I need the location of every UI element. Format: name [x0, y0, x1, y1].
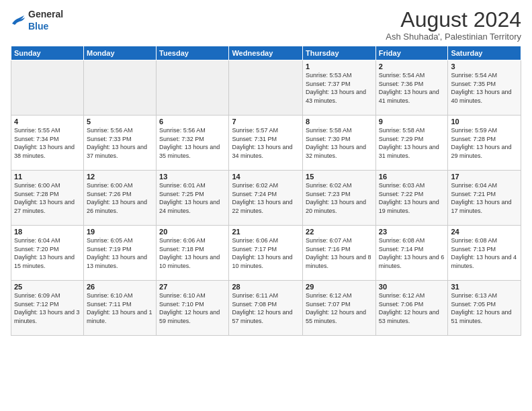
logo: General Blue [11, 8, 63, 32]
daylight-text: Daylight: 13 hours and 4 minutes. [451, 254, 517, 269]
day-number: 21 [232, 228, 300, 236]
sunrise-text: Sunrise: 6:04 AM [451, 182, 497, 189]
cell-w2-d7: 10Sunrise: 5:59 AMSunset: 7:28 PMDayligh… [448, 116, 521, 171]
daylight-text: Daylight: 13 hours and 31 minutes. [379, 144, 439, 159]
sunset-text: Sunset: 7:33 PM [87, 136, 132, 142]
daylight-text: Daylight: 13 hours and 27 minutes. [14, 199, 75, 214]
cell-w1-d1 [11, 60, 84, 116]
day-info: Sunrise: 6:03 AMSunset: 7:22 PMDaylight:… [379, 181, 445, 215]
day-number: 25 [14, 283, 81, 291]
location-subtitle: Ash Shuhada', Palestinian Territory [386, 32, 521, 42]
sunset-text: Sunset: 7:28 PM [451, 136, 496, 142]
sunrise-text: Sunrise: 6:11 AM [232, 292, 278, 299]
day-info: Sunrise: 6:00 AMSunset: 7:26 PMDaylight:… [87, 181, 153, 215]
day-info: Sunrise: 6:12 AMSunset: 7:07 PMDaylight:… [306, 291, 373, 325]
daylight-text: Daylight: 13 hours and 15 minutes. [14, 254, 75, 269]
cell-w2-d6: 9Sunrise: 5:58 AMSunset: 7:29 PMDaylight… [375, 116, 448, 171]
day-info: Sunrise: 6:07 AMSunset: 7:16 PMDaylight:… [306, 236, 373, 270]
sunset-text: Sunset: 7:23 PM [306, 191, 351, 197]
cell-w3-d7: 17Sunrise: 6:04 AMSunset: 7:21 PMDayligh… [448, 171, 521, 226]
sunset-text: Sunset: 7:32 PM [159, 136, 204, 142]
daylight-text: Daylight: 13 hours and 41 minutes. [379, 89, 439, 104]
cell-w1-d5: 1Sunrise: 5:53 AMSunset: 7:37 PMDaylight… [303, 60, 376, 116]
sunset-text: Sunset: 7:05 PM [451, 301, 496, 308]
day-info: Sunrise: 6:04 AMSunset: 7:20 PMDaylight:… [14, 236, 81, 270]
day-number: 17 [451, 173, 518, 181]
day-number: 19 [87, 228, 153, 236]
day-number: 10 [451, 118, 518, 126]
cell-w1-d7: 3Sunrise: 5:54 AMSunset: 7:35 PMDaylight… [448, 60, 521, 116]
day-info: Sunrise: 5:53 AMSunset: 7:37 PMDaylight:… [306, 71, 373, 105]
sunset-text: Sunset: 7:19 PM [87, 246, 132, 253]
daylight-text: Daylight: 13 hours and 1 minute. [87, 309, 152, 324]
daylight-text: Daylight: 13 hours and 38 minutes. [14, 144, 75, 159]
cell-w5-d1: 25Sunrise: 6:09 AMSunset: 7:12 PMDayligh… [11, 281, 84, 336]
cell-w4-d1: 18Sunrise: 6:04 AMSunset: 7:20 PMDayligh… [11, 226, 84, 281]
day-number: 7 [232, 118, 300, 126]
day-number: 23 [379, 228, 445, 236]
cell-w3-d4: 14Sunrise: 6:02 AMSunset: 7:24 PMDayligh… [229, 171, 303, 226]
sunrise-text: Sunrise: 5:58 AM [379, 127, 425, 134]
calendar-body: 1Sunrise: 5:53 AMSunset: 7:37 PMDaylight… [11, 60, 521, 336]
day-number: 28 [232, 283, 300, 291]
day-number: 22 [306, 228, 373, 236]
day-number: 31 [451, 283, 518, 291]
daylight-text: Daylight: 12 hours and 57 minutes. [232, 309, 292, 324]
sunrise-text: Sunrise: 6:01 AM [159, 182, 206, 189]
sunrise-text: Sunrise: 6:08 AM [379, 237, 425, 244]
day-info: Sunrise: 5:54 AMSunset: 7:35 PMDaylight:… [451, 71, 518, 105]
logo-blue: Blue [28, 21, 48, 32]
daylight-text: Daylight: 13 hours and 29 minutes. [451, 144, 511, 159]
day-number: 18 [14, 228, 81, 236]
sunset-text: Sunset: 7:34 PM [14, 136, 59, 142]
col-tuesday: Tuesday [157, 46, 229, 60]
col-saturday: Saturday [448, 46, 521, 60]
day-number: 14 [232, 173, 300, 181]
day-info: Sunrise: 6:09 AMSunset: 7:12 PMDaylight:… [14, 291, 81, 325]
sunrise-text: Sunrise: 6:10 AM [87, 292, 133, 299]
sunrise-text: Sunrise: 5:55 AM [14, 127, 60, 134]
col-wednesday: Wednesday [229, 46, 303, 60]
header: General Blue August 2024 Ash Shuhada', P… [11, 8, 521, 42]
sunset-text: Sunset: 7:36 PM [379, 81, 424, 87]
cell-w2-d1: 4Sunrise: 5:55 AMSunset: 7:34 PMDaylight… [11, 116, 84, 171]
sunset-text: Sunset: 7:14 PM [379, 246, 424, 253]
sunset-text: Sunset: 7:26 PM [87, 191, 132, 197]
sunrise-text: Sunrise: 6:02 AM [306, 182, 352, 189]
day-info: Sunrise: 5:55 AMSunset: 7:34 PMDaylight:… [14, 126, 81, 160]
day-number: 26 [87, 283, 153, 291]
cell-w5-d2: 26Sunrise: 6:10 AMSunset: 7:11 PMDayligh… [83, 281, 156, 336]
sunset-text: Sunset: 7:30 PM [306, 136, 351, 142]
day-number: 8 [306, 118, 373, 126]
cell-w4-d2: 19Sunrise: 6:05 AMSunset: 7:19 PMDayligh… [83, 226, 156, 281]
daylight-text: Daylight: 13 hours and 19 minutes. [379, 199, 439, 214]
day-number: 16 [379, 173, 445, 181]
week-row-4: 18Sunrise: 6:04 AMSunset: 7:20 PMDayligh… [11, 226, 521, 281]
sunset-text: Sunset: 7:24 PM [232, 191, 277, 197]
day-number: 9 [379, 118, 445, 126]
day-info: Sunrise: 6:02 AMSunset: 7:23 PMDaylight:… [306, 181, 373, 215]
day-number: 11 [14, 173, 81, 181]
daylight-text: Daylight: 13 hours and 13 minutes. [87, 254, 147, 269]
cell-w1-d2 [83, 60, 156, 116]
cell-w5-d4: 28Sunrise: 6:11 AMSunset: 7:08 PMDayligh… [229, 281, 303, 336]
sunrise-text: Sunrise: 6:08 AM [451, 237, 497, 244]
day-number: 30 [379, 283, 445, 291]
cell-w3-d2: 12Sunrise: 6:00 AMSunset: 7:26 PMDayligh… [83, 171, 156, 226]
cell-w1-d3 [157, 60, 229, 116]
day-number: 5 [87, 118, 153, 126]
daylight-text: Daylight: 13 hours and 37 minutes. [87, 144, 147, 159]
sunrise-text: Sunrise: 6:09 AM [14, 292, 60, 299]
day-info: Sunrise: 5:58 AMSunset: 7:30 PMDaylight:… [306, 126, 373, 160]
week-row-5: 25Sunrise: 6:09 AMSunset: 7:12 PMDayligh… [11, 281, 521, 336]
page: General Blue August 2024 Ash Shuhada', P… [0, 0, 532, 411]
sunrise-text: Sunrise: 6:03 AM [379, 182, 425, 189]
sunrise-text: Sunrise: 5:56 AM [87, 127, 133, 134]
sunrise-text: Sunrise: 6:00 AM [87, 182, 133, 189]
sunrise-text: Sunrise: 5:58 AM [306, 127, 352, 134]
month-title: August 2024 [386, 8, 521, 32]
day-info: Sunrise: 6:12 AMSunset: 7:06 PMDaylight:… [379, 291, 445, 325]
day-number: 24 [451, 228, 518, 236]
day-info: Sunrise: 5:56 AMSunset: 7:33 PMDaylight:… [87, 126, 153, 160]
daylight-text: Daylight: 13 hours and 34 minutes. [232, 144, 292, 159]
